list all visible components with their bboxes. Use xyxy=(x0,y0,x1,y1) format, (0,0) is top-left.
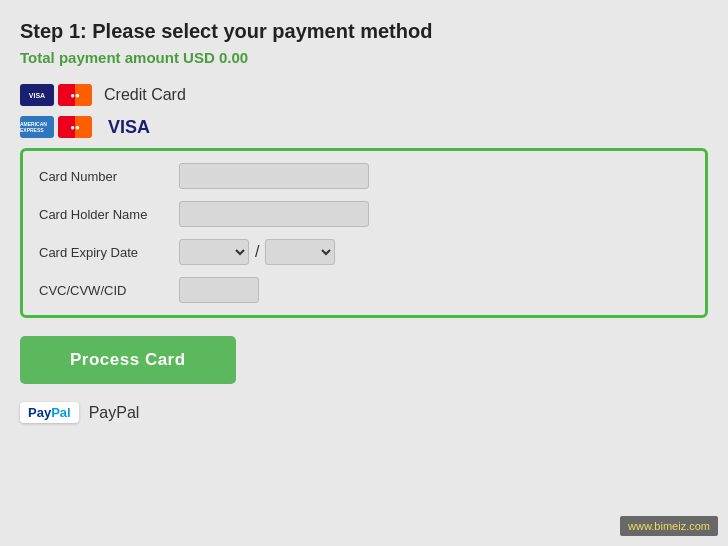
alternate-card-option[interactable]: AMERICAN EXPRESS ●● VISA xyxy=(20,116,708,138)
step-title: Step 1: Please select your payment metho… xyxy=(20,20,708,43)
amex-icon: AMERICAN EXPRESS xyxy=(20,116,54,138)
card-holder-label: Card Holder Name xyxy=(39,207,179,222)
card-expiry-label: Card Expiry Date xyxy=(39,245,179,260)
credit-card-label: Credit Card xyxy=(104,86,186,104)
page-container: Step 1: Please select your payment metho… xyxy=(0,0,728,546)
cvc-input[interactable] xyxy=(179,277,259,303)
card-number-label: Card Number xyxy=(39,169,179,184)
card-number-row: Card Number xyxy=(39,163,689,189)
card-number-input[interactable] xyxy=(179,163,369,189)
visa-icon: VISA xyxy=(20,84,54,106)
card-expiry-row: Card Expiry Date 010203 040506 070809 10… xyxy=(39,239,689,265)
mastercard2-icon: ●● xyxy=(58,116,92,138)
total-amount: Total payment amount USD 0.00 xyxy=(20,49,708,66)
credit-card-icons: VISA ●● xyxy=(20,84,92,106)
card-holder-row: Card Holder Name xyxy=(39,201,689,227)
paypal-logo-p1: Pay xyxy=(28,405,51,420)
process-card-button[interactable]: Process Card xyxy=(20,336,236,384)
mastercard-icon: ●● xyxy=(58,84,92,106)
expiry-selects: 010203 040506 070809 101112 / 2024202520… xyxy=(179,239,335,265)
watermark: www.bimeiz.com xyxy=(620,516,718,536)
paypal-option[interactable]: PayPal PayPal xyxy=(20,402,708,423)
visa-text-label: VISA xyxy=(108,117,150,138)
alt-card-icons: AMERICAN EXPRESS ●● xyxy=(20,116,92,138)
paypal-logo: PayPal xyxy=(20,402,79,423)
paypal-logo-p2: Pal xyxy=(51,405,71,420)
cvc-label: CVC/CVW/CID xyxy=(39,283,179,298)
card-holder-input[interactable] xyxy=(179,201,369,227)
expiry-separator: / xyxy=(255,243,259,261)
expiry-year-select[interactable]: 202420252026 202720282029 2030 xyxy=(265,239,335,265)
expiry-month-select[interactable]: 010203 040506 070809 101112 xyxy=(179,239,249,265)
credit-card-form: Card Number Card Holder Name Card Expiry… xyxy=(20,148,708,318)
cvc-row: CVC/CVW/CID xyxy=(39,277,689,303)
paypal-label: PayPal xyxy=(89,404,140,422)
credit-card-option[interactable]: VISA ●● Credit Card xyxy=(20,84,708,106)
